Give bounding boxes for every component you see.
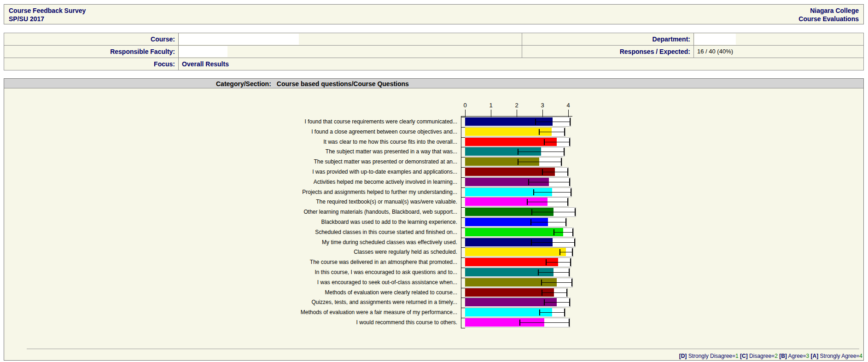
bar-chart: 01234I found that course requirements we… bbox=[0, 0, 868, 362]
footer-divider bbox=[27, 349, 859, 349]
error-bar-cap-left bbox=[528, 179, 529, 185]
question-label: I was encouraged to seek out-of-class as… bbox=[0, 279, 457, 286]
question-label: I would recommend this course to others. bbox=[0, 319, 457, 327]
error-bar-cap-left bbox=[539, 129, 540, 135]
bar bbox=[465, 248, 566, 256]
error-bar-cap-left bbox=[539, 309, 540, 315]
y-axis-tick bbox=[461, 247, 465, 248]
question-label: Classes were regularly held as scheduled… bbox=[0, 248, 457, 256]
legend-value: 3 bbox=[806, 353, 810, 359]
legend-tag: [A] bbox=[811, 353, 819, 359]
error-bar-line bbox=[531, 212, 575, 212]
error-bar-cap-left bbox=[538, 269, 539, 275]
error-bar-cap-left bbox=[533, 189, 534, 195]
question-label: My time during scheduled classes was eff… bbox=[0, 239, 457, 246]
y-axis-tick bbox=[461, 257, 465, 258]
legend-tag: [C] bbox=[740, 353, 748, 359]
error-bar-line bbox=[542, 172, 568, 172]
error-bar-line bbox=[541, 282, 572, 283]
error-bar-line bbox=[553, 232, 573, 233]
question-label: The subject matter was presented in a wa… bbox=[0, 148, 457, 156]
question-label: The required textbook(s) or manual(s) wa… bbox=[0, 198, 457, 206]
error-bar-cap-right bbox=[572, 248, 573, 256]
y-axis-tick bbox=[461, 157, 465, 158]
error-bar-cap-right bbox=[564, 148, 565, 156]
error-bar-cap-left bbox=[530, 219, 531, 225]
error-bar-line bbox=[530, 222, 566, 222]
error-bar-cap-left bbox=[527, 199, 528, 205]
y-axis-tick bbox=[461, 177, 465, 178]
question-label: Scheduled classes in this course started… bbox=[0, 228, 457, 236]
error-bar-cap-right bbox=[570, 258, 571, 266]
question-label: Activities helped me become actively inv… bbox=[0, 178, 457, 186]
y-axis-tick bbox=[461, 298, 465, 298]
question-label: Quizzes, tests, and assignments were ret… bbox=[0, 298, 457, 306]
legend-value: 2 bbox=[775, 353, 778, 359]
y-axis-tick bbox=[461, 217, 465, 218]
y-axis-tick bbox=[461, 137, 465, 138]
error-bar-cap-left bbox=[518, 159, 518, 165]
legend-value: 4 bbox=[859, 353, 862, 359]
y-axis-tick bbox=[461, 318, 465, 318]
y-axis-tick bbox=[461, 187, 465, 188]
x-axis-tick-label: 3 bbox=[537, 102, 548, 109]
error-bar-line bbox=[544, 142, 570, 142]
y-axis-tick bbox=[461, 328, 465, 328]
page: Course Feedback Survey SP/SU 2017 Niagar… bbox=[0, 0, 868, 362]
x-axis-tick-label: 1 bbox=[485, 102, 496, 109]
legend-value: 1 bbox=[735, 353, 739, 359]
error-bar-cap-left bbox=[519, 320, 520, 326]
error-bar-line bbox=[559, 252, 572, 252]
y-axis-tick bbox=[461, 228, 465, 228]
question-label: The course was delivered in an atmospher… bbox=[0, 258, 457, 266]
error-bar-cap-left bbox=[544, 299, 545, 305]
error-bar-cap-right bbox=[570, 118, 571, 126]
error-bar-cap-right bbox=[567, 168, 568, 176]
question-label: Other learning materials (handouts, Blac… bbox=[0, 208, 457, 216]
y-axis-line bbox=[461, 116, 461, 328]
bar bbox=[465, 138, 557, 146]
error-bar-cap-right bbox=[572, 228, 573, 236]
error-bar-cap-right bbox=[569, 178, 570, 186]
error-bar-line bbox=[535, 122, 570, 122]
bar bbox=[465, 288, 554, 297]
bar bbox=[465, 258, 558, 266]
error-bar-cap-right bbox=[574, 239, 575, 246]
error-bar-line bbox=[538, 272, 569, 273]
y-axis-tick bbox=[461, 278, 465, 278]
error-bar-cap-left bbox=[535, 119, 536, 125]
error-bar-cap-left bbox=[542, 290, 542, 296]
error-bar-cap-right bbox=[561, 158, 562, 166]
x-axis-tick-label: 0 bbox=[460, 102, 471, 109]
error-bar-cap-left bbox=[541, 280, 542, 286]
error-bar-line bbox=[546, 262, 571, 263]
error-bar-cap-right bbox=[564, 309, 565, 316]
error-bar-cap-right bbox=[569, 269, 570, 276]
y-axis-tick bbox=[461, 308, 465, 308]
error-bar-line bbox=[539, 312, 565, 313]
question-label: In this course, I was encouraged to ask … bbox=[0, 269, 457, 276]
error-bar-line bbox=[542, 292, 567, 293]
bar bbox=[465, 168, 555, 176]
legend-tag: [D] bbox=[679, 353, 687, 359]
error-bar-cap-left bbox=[546, 259, 547, 265]
error-bar-cap-left bbox=[544, 139, 545, 145]
y-axis-tick bbox=[461, 288, 465, 288]
error-bar-cap-left bbox=[553, 229, 554, 235]
legend-text: Disagree= bbox=[748, 353, 775, 359]
error-bar-cap-right bbox=[567, 198, 568, 206]
question-label: Methods of evaluation were a fair measur… bbox=[0, 309, 457, 316]
question-label: Methods of evaluation were clearly relat… bbox=[0, 289, 457, 297]
legend-text: Agree= bbox=[787, 353, 806, 359]
bar bbox=[465, 298, 557, 306]
error-bar-line bbox=[527, 202, 568, 202]
error-bar-cap-right bbox=[571, 188, 571, 196]
question-label: Projects and assignments helped to furth… bbox=[0, 188, 457, 196]
rating-scale-legend: [D] Strongly Disagree=1 [C] Disagree=2 [… bbox=[679, 353, 862, 359]
legend-text: Strongly Agree= bbox=[818, 353, 859, 359]
question-label: I found that course requirements were cl… bbox=[0, 118, 457, 126]
error-bar-line bbox=[533, 192, 571, 193]
error-bar-line bbox=[544, 302, 570, 303]
bar bbox=[465, 228, 563, 236]
y-axis-tick bbox=[461, 127, 465, 128]
